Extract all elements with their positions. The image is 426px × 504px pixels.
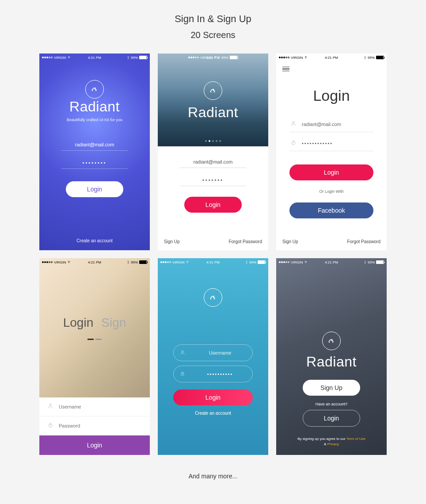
menu-icon[interactable] [282, 67, 289, 72]
brand-name: Radiant [306, 354, 357, 370]
svg-rect-5 [181, 374, 184, 376]
wifi-icon: ᯤ [68, 55, 72, 60]
password-input[interactable] [180, 174, 246, 186]
status-bar: VIRGINᯤ 4:21 PM ᛒ95% [186, 53, 240, 61]
email-input[interactable] [180, 156, 246, 168]
user-icon [290, 120, 297, 128]
svg-rect-1 [292, 142, 295, 144]
bluetooth-icon: ᛒ [127, 56, 129, 60]
or-login-with: Or Login With [289, 189, 373, 194]
username-input[interactable] [59, 404, 142, 409]
section-title: Sign In & Sign Up [0, 13, 426, 25]
status-bar: VIRGINᯤ 4:21 PM ᛒ95% [276, 258, 387, 266]
status-bar: VIRGINᯤ 4:21 PM ᛒ95% [158, 258, 268, 266]
facebook-button[interactable]: Facebook [289, 202, 373, 218]
password-input[interactable] [59, 423, 142, 428]
wifi-icon: ᯤ [304, 55, 308, 60]
bluetooth-icon: ᛒ [364, 56, 366, 60]
signup-button[interactable]: Sign Up [303, 380, 360, 396]
bluetooth-icon: ᛒ [364, 260, 366, 264]
tab-login[interactable]: Login [63, 316, 94, 330]
login-button[interactable]: Login [66, 181, 123, 197]
brand-name: Radiant [188, 104, 238, 121]
screen-1: VIRGINᯤ 4:21 PM ᛒ95% Radiant Beautifully… [39, 53, 150, 250]
bluetooth-icon: ᛒ [127, 260, 129, 264]
email-input[interactable] [61, 139, 128, 151]
footer-text: And many more... [0, 473, 426, 480]
page-title: Login [276, 87, 387, 104]
screen-2: VIRGINᯤ 4:21 PM ᛒ95% Radiant Login Sign … [158, 53, 268, 250]
create-account-link[interactable]: Create an account [195, 411, 231, 416]
screen-5: VIRGINᯤ 4:21 PM ᛒ95% Login Create an acc… [158, 258, 268, 455]
create-account-link[interactable]: Create an account [76, 238, 113, 243]
status-time: 4:21 PM [88, 56, 101, 60]
username-input[interactable] [190, 350, 251, 355]
password-input[interactable] [190, 371, 251, 377]
svg-rect-3 [49, 424, 52, 427]
screen-6: VIRGINᯤ 4:21 PM ᛒ95% Radiant Sign Up Hav… [276, 258, 387, 455]
svg-point-4 [182, 351, 183, 352]
have-account-text: Have an account? [316, 402, 348, 406]
logo-icon [204, 288, 222, 307]
forgot-password-link[interactable]: Forgot Password [228, 239, 262, 244]
login-button[interactable]: Login [173, 389, 253, 405]
section-subtitle: 20 Screens [0, 30, 426, 40]
brand-name: Radiant [69, 99, 120, 115]
lock-icon [47, 422, 53, 430]
status-bar: VIRGINᯤ 4:21 PM ᛒ95% [39, 258, 150, 266]
privacy-link[interactable]: Privacy [327, 442, 339, 446]
wifi-icon: ᯤ [304, 260, 308, 264]
page-indicator [87, 339, 102, 340]
user-icon [180, 349, 185, 357]
password-input[interactable] [61, 157, 128, 169]
signup-link[interactable]: Sign Up [164, 239, 180, 244]
logo-icon [85, 80, 104, 99]
page-indicator [205, 140, 221, 142]
wifi-icon: ᯤ [68, 260, 72, 264]
logo-icon [322, 332, 341, 350]
terms-link[interactable]: Term of Use [346, 437, 365, 441]
login-button[interactable]: Login [289, 164, 373, 180]
login-button[interactable]: Login [184, 197, 242, 213]
svg-point-0 [293, 121, 295, 123]
screen-4: VIRGINᯤ 4:21 PM ᛒ95% Login Sign Login [39, 258, 150, 455]
logo-icon [204, 81, 222, 100]
svg-point-2 [49, 404, 52, 406]
login-button[interactable]: Login [303, 410, 360, 427]
forgot-password-link[interactable]: Forgot Password [347, 239, 380, 244]
password-input[interactable] [302, 141, 373, 146]
user-icon [47, 403, 53, 411]
tab-signup[interactable]: Sign [101, 316, 126, 330]
status-bar: VIRGINᯤ 4:21 PM ᛒ95% [39, 53, 150, 61]
signup-link[interactable]: Sign Up [282, 239, 298, 244]
terms-text: By signing up you agree to our Term of U… [297, 436, 365, 447]
tagline: Beautifully crafted UI Kit for you [67, 118, 122, 122]
lock-icon [180, 370, 185, 378]
bluetooth-icon: ᛒ [246, 260, 248, 264]
screen-3: VIRGINᯤ 4:21 PM ᛒ95% Login Login Or Logi… [276, 53, 387, 250]
email-input[interactable] [302, 122, 373, 127]
login-button[interactable]: Login [39, 435, 150, 455]
status-bar: VIRGINᯤ 4:21 PM ᛒ95% [276, 53, 387, 61]
wifi-icon: ᯤ [186, 260, 190, 264]
lock-icon [290, 139, 297, 147]
